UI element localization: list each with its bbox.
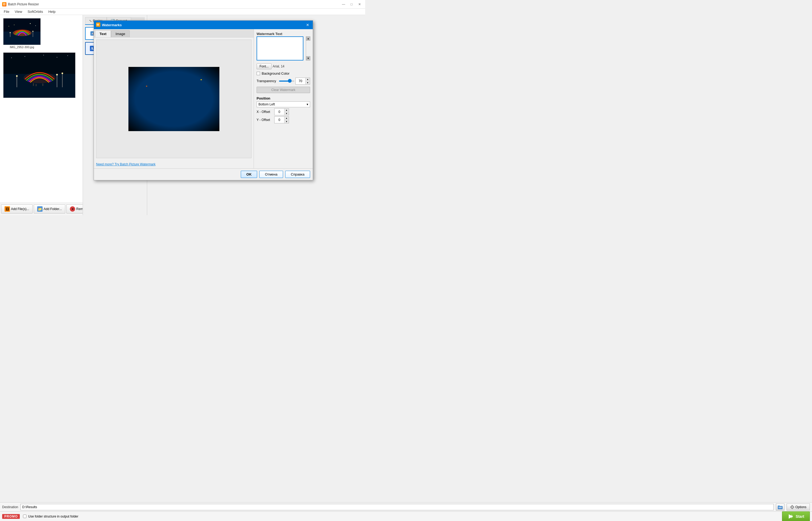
svg-point-42	[158, 98, 190, 108]
dialog-overlay: W Watermarks ✕ Text Image	[0, 15, 365, 215]
y-offset-label: Y - Offset	[257, 118, 273, 122]
menu-file[interactable]: File	[1, 9, 12, 14]
svg-point-67	[216, 73, 217, 74]
bg-color-row: Background Color	[257, 71, 310, 75]
cancel-button[interactable]: Отмена	[259, 171, 283, 178]
y-offset-up[interactable]: ▲	[284, 117, 289, 120]
bg-color-checkbox[interactable]	[257, 72, 260, 75]
tab-text[interactable]: Text	[95, 30, 111, 37]
transparency-value[interactable]: 70	[296, 78, 305, 84]
scrollbar-down[interactable]: ▼	[306, 56, 310, 61]
svg-point-61	[134, 71, 134, 71]
x-offset-label: X - Offset	[257, 110, 273, 114]
dialog-title-left: W Watermarks	[96, 22, 122, 27]
menu-view[interactable]: View	[12, 9, 25, 14]
svg-point-58	[176, 109, 178, 111]
y-offset-value[interactable]	[275, 117, 284, 123]
x-offset-down[interactable]: ▼	[284, 112, 289, 115]
x-spinner-arrows: ▲ ▼	[284, 109, 289, 115]
font-row: Font... Arial, 14	[257, 63, 310, 69]
watermark-link[interactable]: Need more? Try Batch Picture Watermark	[94, 160, 254, 168]
tab-image[interactable]: Image	[111, 30, 130, 37]
text-input-wrapper: ▲ ▼	[257, 37, 310, 61]
svg-point-63	[160, 72, 161, 72]
maximize-button[interactable]: □	[348, 2, 355, 7]
svg-point-47	[200, 97, 202, 99]
svg-rect-68	[129, 67, 219, 72]
dialog-right: Watermark Text ▲ ▼ Font...	[254, 29, 313, 168]
svg-rect-39	[129, 67, 219, 102]
transparency-up[interactable]: ▲	[305, 78, 310, 81]
svg-rect-57	[177, 111, 178, 114]
scrollbar-track	[306, 41, 310, 56]
svg-rect-40	[129, 102, 219, 131]
watermarks-dialog: W Watermarks ✕ Text Image	[94, 20, 313, 180]
menu-bar: File View SoftOrbits Help	[0, 8, 365, 15]
y-offset-spinner[interactable]: ▲ ▼	[274, 116, 289, 123]
dialog-tabs: Text Image	[94, 29, 254, 38]
watermark-text-label: Watermark Text	[257, 32, 310, 36]
position-dropdown[interactable]: Bottom Left ▾	[257, 101, 310, 107]
position-value: Bottom Left	[258, 103, 275, 106]
preview-image-svg	[129, 67, 219, 131]
x-offset-row: X - Offset ▲ ▼	[257, 108, 310, 115]
svg-point-66	[211, 68, 212, 69]
minimize-button[interactable]: —	[340, 2, 347, 7]
font-button[interactable]: Font...	[257, 63, 272, 69]
title-bar: 🖼 Batch Picture Resizer — □ ✕	[0, 0, 365, 8]
svg-text:W: W	[97, 23, 99, 26]
dropdown-arrow-icon: ▾	[307, 103, 308, 106]
svg-rect-53	[166, 110, 167, 114]
dialog-close-button[interactable]: ✕	[305, 22, 310, 28]
x-offset-value[interactable]	[275, 109, 284, 115]
spinner-arrows: ▲ ▼	[305, 78, 310, 84]
preview-image	[129, 67, 219, 131]
ok-button[interactable]: OK	[241, 171, 257, 178]
svg-point-50	[205, 96, 207, 98]
dialog-title-bar: W Watermarks ✕	[94, 21, 313, 29]
svg-point-56	[170, 110, 171, 111]
svg-point-41	[153, 98, 195, 111]
svg-point-44	[143, 100, 145, 102]
preview-area	[96, 40, 252, 158]
svg-point-54	[166, 109, 167, 111]
scrollbar-up[interactable]: ▲	[306, 37, 310, 41]
transparency-row: Transparency 70 ▲ ▼	[257, 77, 310, 85]
title-bar-left: 🖼 Batch Picture Resizer	[2, 2, 39, 6]
svg-point-52	[138, 99, 140, 100]
clear-watermark-button[interactable]: Clear Watermark	[257, 87, 310, 93]
svg-point-64	[176, 68, 177, 68]
dialog-footer: OK Отмена Справка	[94, 168, 313, 180]
main-layout: IMG_2952-300.jpg	[0, 15, 365, 215]
menu-softorbits[interactable]: SoftOrbits	[25, 9, 46, 14]
svg-rect-59	[191, 110, 194, 115]
close-button[interactable]: ✕	[356, 2, 363, 7]
y-spinner-arrows: ▲ ▼	[284, 117, 289, 123]
transparency-label: Transparency	[257, 79, 278, 83]
watermark-text-input[interactable]	[257, 37, 303, 61]
menu-help[interactable]: Help	[46, 9, 58, 14]
transparency-spinner[interactable]: 70 ▲ ▼	[295, 77, 310, 85]
svg-rect-38	[129, 67, 219, 131]
y-offset-row: Y - Offset ▲ ▼	[257, 116, 310, 123]
dialog-title: Watermarks	[102, 23, 122, 27]
font-value: Arial, 14	[273, 65, 284, 68]
svg-rect-69	[129, 72, 219, 75]
window-controls: — □ ✕	[340, 2, 363, 7]
svg-point-65	[195, 71, 195, 72]
x-offset-up[interactable]: ▲	[284, 109, 289, 112]
svg-rect-55	[170, 111, 171, 114]
dialog-icon: W	[96, 22, 100, 27]
dialog-left: Text Image	[94, 29, 254, 168]
svg-point-48	[199, 98, 203, 100]
svg-rect-60	[191, 110, 195, 111]
y-offset-down[interactable]: ▼	[284, 120, 289, 123]
slider-thumb	[288, 79, 292, 83]
transparency-slider[interactable]	[279, 81, 294, 82]
transparency-down[interactable]: ▼	[305, 81, 310, 84]
help-button[interactable]: Справка	[285, 171, 310, 178]
svg-point-62	[144, 69, 145, 69]
svg-point-45	[142, 101, 147, 103]
watermark-text-section: Watermark Text ▲ ▼	[257, 32, 310, 61]
x-offset-spinner[interactable]: ▲ ▼	[274, 108, 289, 115]
